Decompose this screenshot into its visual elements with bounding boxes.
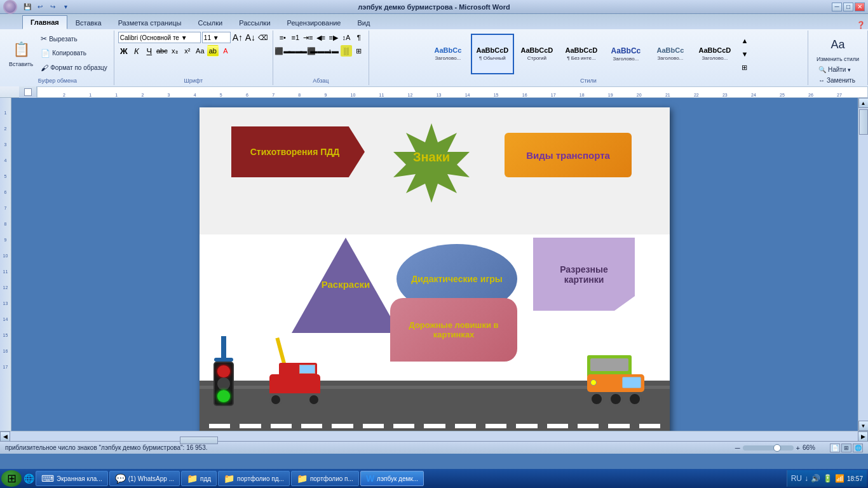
style-heading3[interactable]: AaBbCc Заголово... (649, 34, 692, 74)
shape-purple-rect-container[interactable]: Разрезные картинки (533, 238, 635, 311)
shape-purple-rect[interactable]: Разрезные картинки (533, 238, 635, 311)
show-marks-button[interactable]: ¶ (353, 32, 365, 43)
shape-purple-triangle-container[interactable]: Раскраски (288, 234, 403, 336)
style-normal[interactable]: AaBbCcD ¶ Обычный (471, 34, 514, 74)
hscroll-thumb[interactable] (180, 437, 218, 444)
sort-button[interactable]: ↕A (341, 32, 352, 43)
scroll-up-button[interactable]: ▲ (858, 98, 869, 108)
font-size-select[interactable]: 11 ▼ (202, 32, 231, 43)
save-icon[interactable]: 💾 (22, 2, 32, 12)
zoom-plus-button[interactable]: + (796, 444, 800, 452)
shape-red-arrow[interactable]: Стихотворения ПДД (231, 126, 365, 177)
find-button[interactable]: 🔍 Найти ▾ (816, 65, 862, 74)
tab-insert[interactable]: Вставка (67, 15, 110, 29)
taskbar-item-pdd[interactable]: 📁 пдд (181, 471, 217, 486)
numbering-button[interactable]: ≡1 (290, 32, 301, 43)
start-button[interactable]: ⊞ (1, 470, 22, 487)
shape-pink-bubble-container[interactable]: Дорожные ловишки в картинках (390, 298, 517, 362)
format-painter-button[interactable]: 🖌 Формат по образцу (38, 62, 110, 74)
tab-layout[interactable]: Разметка страницы (110, 15, 190, 29)
font-name-select[interactable]: Calibri (Основной те ▼ (118, 32, 201, 43)
zoom-thumb[interactable] (773, 444, 781, 452)
zoom-slider[interactable] (743, 445, 794, 451)
tray-network-icon[interactable]: 📶 (835, 474, 844, 483)
cut-button[interactable]: ✂ Вырезать (38, 33, 110, 44)
align-center-button[interactable]: ▬▬ (290, 45, 301, 57)
shape-orange-rect-container[interactable]: Виды транспорта (505, 133, 632, 177)
view-full-button[interactable]: ⊞ (841, 444, 851, 452)
tray-battery-icon[interactable]: 🔋 (823, 474, 832, 483)
change-styles-button[interactable]: Аа Изменить стили (812, 32, 864, 65)
tab-refs[interactable]: Ссылки (189, 15, 231, 29)
decrease-indent-button[interactable]: ◀≡ (315, 32, 327, 43)
scroll-left-button[interactable]: ◀ (0, 431, 10, 442)
superscript-button[interactable]: x² (182, 45, 193, 57)
italic-button[interactable]: К (131, 45, 142, 57)
tray-audio-icon[interactable]: 🔊 (811, 474, 820, 483)
bold-button[interactable]: Ж (118, 45, 130, 57)
shrink-font-button[interactable]: A↓ (245, 32, 256, 43)
minimize-button[interactable]: ─ (832, 3, 842, 11)
copy-button[interactable]: 📄 Копировать (38, 48, 110, 59)
taskbar-item-word[interactable]: W лэпбук демк... (360, 471, 424, 486)
zoom-minus-button[interactable]: ─ (735, 444, 740, 452)
styles-scroll-down[interactable]: ▼ (739, 48, 750, 60)
style-heading2[interactable]: AaBbCc Заголово... (604, 34, 648, 74)
clear-format-button[interactable]: ⌫ (257, 32, 269, 43)
taskbar-item-whatsapp[interactable]: 💬 (1) WhatsApp ... (109, 471, 180, 486)
replace-button[interactable]: ↔ Заменить (816, 76, 862, 85)
view-print-button[interactable]: 📄 (830, 444, 840, 452)
style-strict[interactable]: AaBbCcD Строгий (515, 34, 559, 74)
shape-orange-rect[interactable]: Виды транспорта (505, 133, 632, 177)
borders-button[interactable]: ⊞ (353, 45, 365, 57)
style-no-spacing[interactable]: AaBbCcD ¶ Без инте... (560, 34, 603, 74)
office-orb[interactable] (3, 0, 17, 14)
increase-indent-button[interactable]: ≡▶ (328, 32, 339, 43)
view-web-button[interactable]: 🌐 (853, 444, 863, 452)
taskbar-item-portfolio1[interactable]: 📁 портфолио пд... (218, 471, 290, 486)
line-spacing-button[interactable]: ↕▬ (328, 45, 339, 57)
shape-red-arrow-container[interactable]: Стихотворения ПДД (231, 126, 365, 177)
font-color-button[interactable]: A (220, 45, 231, 57)
paste-button[interactable]: 📋 Вставить (5, 32, 37, 75)
tray-language-icon[interactable]: RU (791, 474, 802, 483)
justify-button[interactable]: ▬▬▬ (315, 45, 327, 57)
ruler-corner-icon[interactable] (24, 88, 32, 96)
vertical-scrollbar[interactable]: ▲ ▼ (858, 98, 868, 431)
grow-font-button[interactable]: A↑ (232, 32, 243, 43)
taskbar-item-portfolio2[interactable]: 📁 портфолио п... (291, 471, 359, 486)
underline-button[interactable]: Ч (144, 45, 155, 57)
strikethrough-button[interactable]: abc (156, 45, 168, 57)
styles-scroll-up[interactable]: ▲ (739, 35, 750, 46)
close-button[interactable]: ✕ (855, 3, 865, 11)
align-left-button[interactable]: ⬛▬ (277, 45, 288, 57)
style-heading4[interactable]: AaBbCcD Заголово... (693, 34, 736, 74)
taskbar-ie-icon[interactable]: 🌐 (23, 471, 34, 486)
scroll-down-button[interactable]: ▼ (858, 421, 869, 431)
redo-icon[interactable]: ↪ (48, 2, 58, 12)
tab-review[interactable]: Рецензирование (279, 15, 349, 29)
shading-button[interactable]: ░ (341, 45, 352, 57)
tab-view[interactable]: Вид (349, 15, 379, 29)
scroll-thumb[interactable] (859, 109, 868, 135)
scroll-right-button[interactable]: ▶ (858, 431, 868, 442)
customize-icon[interactable]: ▾ (60, 2, 71, 12)
shape-pink-bubble[interactable]: Дорожные ловишки в картинках (390, 298, 517, 362)
tab-mailings[interactable]: Рассылки (231, 15, 278, 29)
subscript-button[interactable]: x₂ (169, 45, 180, 57)
ribbon-help[interactable]: ❓ (857, 21, 865, 29)
styles-more[interactable]: ⊞ (739, 62, 750, 73)
document-area[interactable]: Стихотворения ПДД Знаки Виды транспорта (11, 98, 858, 431)
undo-icon[interactable]: ↩ (35, 2, 45, 12)
taskbar-item-keyboard[interactable]: ⌨ Экранная кла... (36, 471, 108, 486)
bullets-button[interactable]: ≡• (277, 32, 288, 43)
style-heading1[interactable]: AaBbCc Заголово... (426, 34, 470, 74)
shape-purple-triangle[interactable]: Раскраски (288, 234, 403, 336)
tray-download-icon[interactable]: ↓ (804, 474, 808, 483)
tab-home[interactable]: Главная (22, 15, 67, 29)
case-button[interactable]: Аа (194, 45, 206, 57)
shape-green-star-container[interactable]: Знаки (387, 120, 476, 212)
multilevel-button[interactable]: ⇥≡ (302, 32, 314, 43)
maximize-button[interactable]: □ (843, 3, 853, 11)
highlight-button[interactable]: ab (207, 45, 219, 57)
